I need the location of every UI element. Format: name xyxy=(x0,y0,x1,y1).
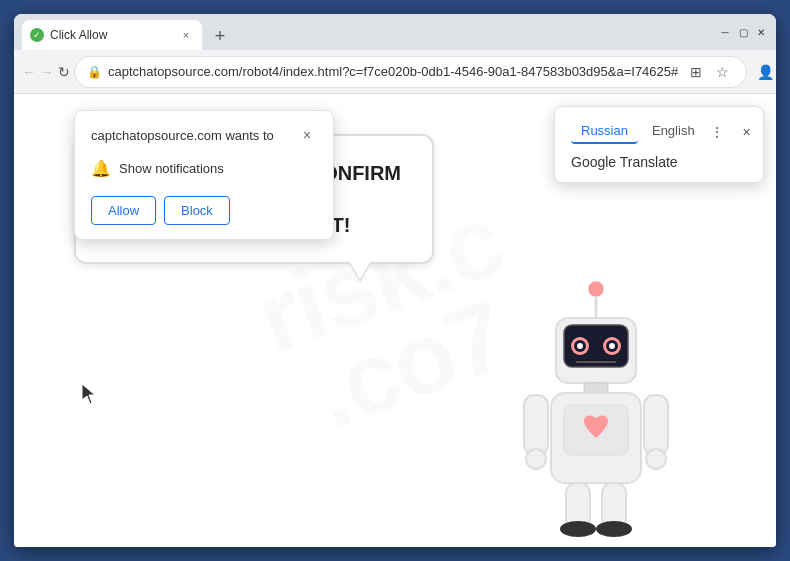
address-bar[interactable]: 🔒 captchatopsource.com/robot4/index.html… xyxy=(74,56,747,88)
back-button[interactable]: ← xyxy=(22,58,36,86)
robot-illustration xyxy=(496,263,696,543)
allow-button[interactable]: Allow xyxy=(91,196,156,225)
browser-window: Click Allow × + ─ ▢ ✕ ← → ↻ 🔒 captchatop… xyxy=(14,14,776,547)
tab-area: Click Allow × + xyxy=(22,14,710,50)
notification-popup: captchatopsource.com wants to × 🔔 Show n… xyxy=(74,110,334,240)
svg-rect-10 xyxy=(576,361,616,363)
popup-notification-item: 🔔 Show notifications xyxy=(91,155,317,182)
translate-controls: ⋮ × xyxy=(705,120,759,144)
address-right-icons: ⊞ ☆ xyxy=(684,60,734,84)
tab-english[interactable]: English xyxy=(642,119,705,144)
svg-point-15 xyxy=(526,449,546,469)
svg-point-21 xyxy=(596,521,632,537)
extensions-icon[interactable]: ⊞ xyxy=(684,60,708,84)
tab-favicon xyxy=(30,28,44,42)
svg-rect-16 xyxy=(644,395,668,455)
translate-close-button[interactable]: × xyxy=(735,120,759,144)
translate-header: Russian English ⋮ × xyxy=(571,119,747,144)
page-content: risk.c .co7 captchatopsource.com wants t… xyxy=(14,94,776,547)
robot-area xyxy=(496,263,696,547)
tab-russian[interactable]: Russian xyxy=(571,119,638,144)
svg-point-1 xyxy=(588,281,604,297)
new-tab-button[interactable]: + xyxy=(206,22,234,50)
cursor xyxy=(82,384,98,408)
popup-title: captchatopsource.com wants to xyxy=(91,128,274,143)
translate-tabs: Russian English xyxy=(571,119,705,144)
active-tab[interactable]: Click Allow × xyxy=(22,20,202,50)
svg-rect-14 xyxy=(524,395,548,455)
toolbar-right: 👤 ⋮ xyxy=(751,58,776,86)
tab-close-button[interactable]: × xyxy=(178,27,194,43)
popup-close-button[interactable]: × xyxy=(297,125,317,145)
bell-icon: 🔔 xyxy=(91,159,111,178)
popup-header: captchatopsource.com wants to × xyxy=(91,125,317,145)
popup-item-text: Show notifications xyxy=(119,161,224,176)
close-button[interactable]: ✕ xyxy=(754,25,768,39)
profile-button[interactable]: 👤 xyxy=(751,58,776,86)
svg-point-8 xyxy=(577,343,583,349)
popup-actions: Allow Block xyxy=(91,196,317,225)
translate-popup: Russian English ⋮ × Google Translate xyxy=(554,106,764,183)
tab-title: Click Allow xyxy=(50,28,172,42)
svg-point-17 xyxy=(646,449,666,469)
nav-bar: ← → ↻ 🔒 captchatopsource.com/robot4/inde… xyxy=(14,50,776,94)
block-button[interactable]: Block xyxy=(164,196,230,225)
translate-more-button[interactable]: ⋮ xyxy=(705,120,729,144)
svg-rect-11 xyxy=(584,383,608,393)
forward-button[interactable]: → xyxy=(40,58,54,86)
refresh-button[interactable]: ↻ xyxy=(58,58,70,86)
svg-marker-22 xyxy=(82,384,95,404)
svg-point-20 xyxy=(560,521,596,537)
lock-icon: 🔒 xyxy=(87,65,102,79)
window-controls: ─ ▢ ✕ xyxy=(718,25,768,39)
address-text: captchatopsource.com/robot4/index.html?c… xyxy=(108,64,678,79)
translate-body: Google Translate xyxy=(571,154,747,170)
maximize-button[interactable]: ▢ xyxy=(736,25,750,39)
title-bar: Click Allow × + ─ ▢ ✕ xyxy=(14,14,776,50)
minimize-button[interactable]: ─ xyxy=(718,25,732,39)
bookmark-icon[interactable]: ☆ xyxy=(710,60,734,84)
svg-point-9 xyxy=(609,343,615,349)
